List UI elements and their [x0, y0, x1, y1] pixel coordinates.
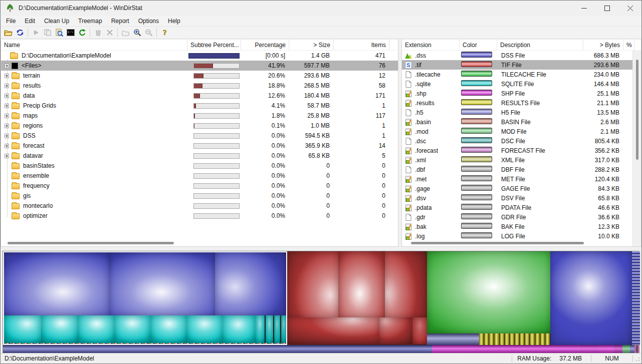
table-row[interactable]: montecarlo0.0%00	[1, 201, 398, 211]
treemap-cell[interactable]	[550, 251, 632, 345]
table-row[interactable]: Precip Grids4.1%58.7 MB1	[1, 101, 398, 111]
resize-grip[interactable]	[633, 354, 641, 362]
treemap-cell[interactable]	[150, 315, 186, 343]
treemap-cell[interactable]	[114, 315, 150, 343]
treemap-cell[interactable]	[385, 251, 427, 317]
treemap-cell[interactable]	[287, 317, 379, 344]
dir-column-header[interactable]: Items	[334, 40, 389, 50]
table-row[interactable]: results18.8%268.5 MB58	[1, 81, 398, 91]
table-row[interactable]: .bakBAK File12.3 KB	[402, 222, 641, 231]
menu-item-file[interactable]: File	[2, 17, 20, 26]
vertical-scrollbar[interactable]	[632, 51, 641, 246]
treemap-cell[interactable]	[580, 345, 598, 353]
treemap-cell[interactable]	[255, 315, 265, 343]
command-prompt-icon[interactable]: C:\	[65, 27, 76, 38]
ext-column-header[interactable]: Description	[497, 40, 583, 50]
open-folder-icon[interactable]	[3, 27, 14, 38]
table-row[interactable]: D:\Documentation\ExampleModel[0:00 s]1.4…	[1, 51, 398, 61]
recycle-bin-icon[interactable]	[92, 27, 104, 38]
treemap-cell[interactable]	[215, 252, 286, 315]
delete-icon[interactable]	[104, 27, 115, 38]
treemap-cell[interactable]	[4, 252, 109, 315]
table-row[interactable]: .gdrGDR File36.6 KB	[402, 212, 641, 222]
table-row[interactable]: terrain20.6%293.6 MB12	[1, 71, 398, 81]
table-row[interactable]: .shpSHP File25.1 MB	[402, 89, 641, 98]
table-row[interactable]: .xmlXML File317.0 KB	[402, 155, 641, 165]
treemap-cell[interactable]	[338, 251, 385, 317]
table-row[interactable]: basinStates0.0%00	[1, 161, 398, 171]
play-icon[interactable]	[30, 27, 42, 38]
table-row[interactable]: gis0.0%00	[1, 191, 398, 201]
menu-item-treemap[interactable]: Treemap	[74, 17, 107, 26]
table-row[interactable]: DSS0.0%594.5 KB1	[1, 131, 398, 141]
search-document-icon[interactable]	[53, 27, 65, 38]
treemap-cell[interactable]	[186, 315, 223, 343]
ext-column-header[interactable]: > Bytes	[583, 40, 623, 50]
menu-item-help[interactable]: Help	[163, 17, 185, 26]
dir-column-header[interactable]: Subtree Percent...	[187, 40, 241, 50]
table-row[interactable]: frequency0.0%00	[1, 181, 398, 191]
help-icon[interactable]: ?	[159, 27, 170, 38]
treemap-cell[interactable]	[598, 345, 614, 353]
copy-icon[interactable]	[42, 27, 53, 38]
table-row[interactable]: .dsvDSV File65.8 KB	[402, 193, 641, 203]
treemap-cell[interactable]	[622, 345, 630, 353]
menu-item-clean-up[interactable]: Clean Up	[40, 17, 74, 26]
treemap-cell[interactable]	[78, 315, 114, 343]
treemap-cell[interactable]	[379, 317, 412, 344]
table-row[interactable]: data12.6%180.4 MB171	[1, 91, 398, 101]
vertical-scrollbar-thumb[interactable]	[636, 60, 638, 160]
table-row[interactable]: .metMET File120.4 KB	[402, 174, 641, 184]
horizontal-scrollbar-thumb[interactable]	[8, 242, 174, 244]
treemap-cell[interactable]	[266, 315, 273, 343]
menu-item-edit[interactable]: Edit	[20, 17, 40, 26]
treemap-cell[interactable]	[274, 315, 280, 343]
treemap-cell[interactable]	[557, 345, 580, 353]
dir-column-header[interactable]: Name	[1, 40, 187, 50]
table-row[interactable]: .forecastFORECAST File356.2 KB	[402, 146, 641, 155]
treemap-cell[interactable]	[4, 315, 41, 343]
table-row[interactable]: .dscDSC File805.4 KB	[402, 136, 641, 146]
minimize-button[interactable]	[572, 1, 595, 16]
ext-column-header[interactable]: Extension	[402, 40, 460, 50]
treemap-cell[interactable]	[632, 251, 640, 345]
table-row[interactable]: S.tifTIF File293.6 MB	[402, 60, 641, 70]
treemap-cell[interactable]	[109, 252, 215, 315]
table-row[interactable]: <Files>41.9%597.7 MB76	[1, 61, 398, 71]
table-row[interactable]: ensemble0.0%00	[1, 171, 398, 181]
treemap-cell[interactable]	[3, 345, 432, 353]
table-row[interactable]: .dbfDBF File288.2 KB	[402, 165, 641, 174]
dir-column-header[interactable]: Percentage	[241, 40, 289, 50]
table-row[interactable]: .dssDSS File686.3 MB	[402, 51, 641, 60]
table-row[interactable]: .pdataPDATA File46.6 KB	[402, 203, 641, 212]
menu-item-options[interactable]: Options	[134, 17, 163, 26]
table-row[interactable]: .gageGAGE File84.3 KB	[402, 184, 641, 193]
refresh-drives-icon[interactable]	[14, 27, 26, 38]
horizontal-scrollbar-thumb[interactable]	[411, 242, 584, 244]
table-row[interactable]: maps1.8%25.8 MB117	[1, 111, 398, 121]
table-row[interactable]: .logLOG File10.0 KB	[402, 231, 641, 241]
close-button[interactable]	[618, 1, 641, 16]
table-row[interactable]: regions0.1%1.0 MB1	[1, 121, 398, 131]
table-row[interactable]: .tilecacheTILECACHE File234.0 MB	[402, 70, 641, 79]
treemap-cell[interactable]	[223, 315, 255, 343]
treemap-cell[interactable]	[634, 345, 640, 353]
table-row[interactable]: .resultsRESULTS File21.1 MB	[402, 98, 641, 108]
table-row[interactable]: .basinBASIN File2.6 MB	[402, 117, 641, 127]
treemap-cell[interactable]	[427, 333, 479, 345]
table-row[interactable]: .modMOD File2.1 MB	[402, 127, 641, 136]
zoom-in-icon[interactable]	[131, 27, 143, 38]
table-row[interactable]: optimizer0.0%00	[1, 211, 398, 221]
maximize-button[interactable]	[595, 1, 618, 16]
treemap-cell[interactable]	[630, 345, 634, 353]
treemap-cell[interactable]	[432, 345, 527, 353]
refresh-selected-icon[interactable]	[76, 27, 88, 38]
table-row[interactable]: .sqliteSQLITE File146.4 MB	[402, 79, 641, 89]
treemap-cell[interactable]	[281, 315, 286, 343]
treemap-cell[interactable]	[479, 333, 550, 345]
table-row[interactable]: forecast0.0%365.9 KB14	[1, 141, 398, 151]
treemap-cell[interactable]	[614, 345, 622, 353]
table-row[interactable]: .h5H5 File13.5 MB	[402, 108, 641, 117]
treemap-cell[interactable]	[412, 317, 427, 344]
treemap-cell[interactable]	[287, 251, 338, 317]
